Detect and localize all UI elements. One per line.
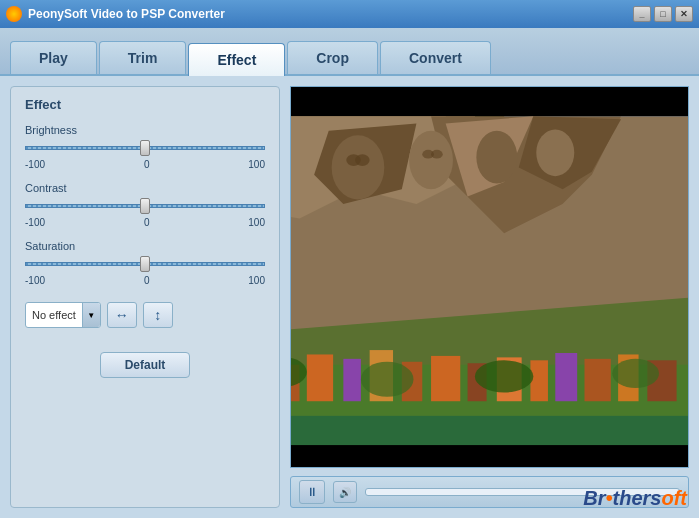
contrast-max: 100: [248, 217, 265, 228]
panel-title: Effect: [25, 97, 265, 112]
brightness-label: Brightness: [25, 124, 265, 136]
svg-point-36: [361, 362, 414, 397]
brightness-max: 100: [248, 159, 265, 170]
default-btn-container: Default: [25, 352, 265, 378]
flip-vertical-button[interactable]: ↕: [143, 302, 173, 328]
maximize-button[interactable]: □: [654, 6, 672, 22]
saturation-max: 100: [248, 275, 265, 286]
flip-v-icon: ↕: [154, 307, 161, 323]
minimize-button[interactable]: _: [633, 6, 651, 22]
svg-rect-30: [530, 360, 548, 401]
svg-point-13: [536, 129, 574, 176]
window-controls: _ □ ✕: [633, 6, 693, 22]
svg-point-17: [431, 150, 443, 159]
video-preview: [291, 87, 688, 467]
svg-point-11: [409, 131, 453, 189]
contrast-group: Contrast -100 0 100: [25, 182, 265, 228]
title-bar: PeonySoft Video to PSP Converter _ □ ✕: [0, 0, 699, 28]
svg-point-15: [355, 154, 370, 166]
tab-effect[interactable]: Effect: [188, 43, 285, 76]
contrast-labels: -100 0 100: [25, 217, 265, 228]
flip-horizontal-button[interactable]: ↔: [107, 302, 137, 328]
flip-h-icon: ↔: [115, 307, 129, 323]
svg-rect-40: [291, 445, 688, 467]
svg-rect-0: [291, 87, 688, 116]
contrast-thumb[interactable]: [140, 198, 150, 214]
svg-rect-27: [431, 356, 460, 401]
footer-brand: Br•thersoft: [583, 487, 687, 510]
app-icon: [6, 6, 22, 22]
tab-convert[interactable]: Convert: [380, 41, 491, 74]
tab-trim[interactable]: Trim: [99, 41, 187, 74]
saturation-min: -100: [25, 275, 45, 286]
brand-text-2: thers: [613, 487, 662, 509]
saturation-labels: -100 0 100: [25, 275, 265, 286]
video-panel: ⏸ 🔊: [290, 86, 689, 508]
speaker-button[interactable]: 🔊: [333, 481, 357, 503]
contrast-track-container: [25, 197, 265, 215]
svg-point-10: [332, 135, 385, 199]
speaker-icon: 🔊: [339, 487, 351, 498]
video-frame: [291, 87, 688, 467]
main-content: Effect Brightness -100 0 100 Contrast -1…: [0, 76, 699, 518]
svg-rect-31: [555, 353, 577, 401]
brightness-val: 0: [45, 159, 248, 170]
tab-play[interactable]: Play: [10, 41, 97, 74]
contrast-min: -100: [25, 217, 45, 228]
effect-controls: No effect ▼ ↔ ↕: [25, 302, 265, 328]
svg-point-12: [476, 131, 517, 184]
brand-dot: •: [606, 487, 613, 509]
default-button[interactable]: Default: [100, 352, 191, 378]
effect-dropdown-arrow[interactable]: ▼: [82, 303, 100, 327]
svg-rect-32: [585, 359, 611, 401]
brightness-min: -100: [25, 159, 45, 170]
contrast-val: 0: [45, 217, 248, 228]
saturation-val: 0: [45, 275, 248, 286]
video-preview-container: [290, 86, 689, 468]
effect-select-value: No effect: [26, 309, 82, 321]
brand-text-1: Br: [583, 487, 605, 509]
app-title: PeonySoft Video to PSP Converter: [28, 7, 633, 21]
brightness-labels: -100 0 100: [25, 159, 265, 170]
svg-point-37: [475, 360, 533, 392]
brightness-group: Brightness -100 0 100: [25, 124, 265, 170]
tab-crop[interactable]: Crop: [287, 41, 378, 74]
brightness-thumb[interactable]: [140, 140, 150, 156]
contrast-label: Contrast: [25, 182, 265, 194]
saturation-thumb[interactable]: [140, 256, 150, 272]
chevron-down-icon: ▼: [87, 311, 95, 320]
saturation-track-container: [25, 255, 265, 273]
pause-button[interactable]: ⏸: [299, 480, 325, 504]
effect-panel: Effect Brightness -100 0 100 Contrast -1…: [10, 86, 280, 508]
svg-rect-24: [343, 359, 361, 401]
pause-icon: ⏸: [306, 485, 318, 499]
brightness-track-container: [25, 139, 265, 157]
svg-point-38: [612, 359, 659, 388]
close-button[interactable]: ✕: [675, 6, 693, 22]
saturation-label: Saturation: [25, 240, 265, 252]
svg-rect-23: [307, 354, 333, 401]
effect-select-container: No effect ▼: [25, 302, 101, 328]
tab-bar: Play Trim Effect Crop Convert: [0, 28, 699, 76]
saturation-group: Saturation -100 0 100: [25, 240, 265, 286]
brand-text-3: oft: [661, 487, 687, 509]
